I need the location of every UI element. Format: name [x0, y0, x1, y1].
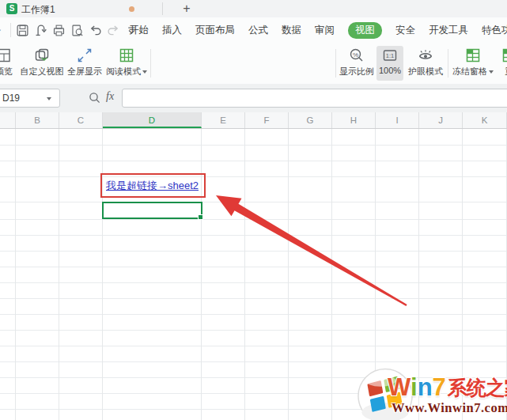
dropdown-caret-icon: [142, 70, 147, 74]
wps-spreadsheet-window: S 工作簿1 + ⌄ 开始插入页面布局公式数据审阅视图安全开发工具特色功能 预览…: [0, 0, 507, 420]
collapse-ribbon-icon[interactable]: ⌄: [0, 24, 2, 34]
active-cell-selection[interactable]: [102, 202, 202, 219]
hyperlink-cell-text[interactable]: 我是超链接→sheet2: [106, 179, 199, 193]
watermark-letter: i: [411, 373, 418, 401]
dropdown-caret-icon: [489, 70, 494, 74]
gridline-horizontal: [0, 314, 507, 315]
ribbon-tab-6[interactable]: 审阅: [315, 24, 335, 37]
gridline-horizontal: [0, 330, 507, 331]
gridline-horizontal: [0, 202, 507, 202]
fill-handle[interactable]: [198, 214, 203, 220]
ribbon-tab-1[interactable]: 开始: [129, 24, 149, 37]
toolbar-button-label: 100%: [379, 66, 401, 75]
magnifier-icon[interactable]: [89, 92, 101, 108]
page-preview-icon: [0, 46, 12, 63]
fx-insert-function[interactable]: fx: [106, 90, 114, 103]
svg-text:%: %: [353, 51, 358, 59]
gridline-horizontal: [0, 298, 507, 299]
redo-icon: [107, 24, 120, 37]
new-tab-button[interactable]: +: [179, 1, 195, 17]
formula-input[interactable]: [122, 89, 507, 108]
zoom_buttons-button-1[interactable]: %显示比例: [339, 46, 375, 81]
column-header-C[interactable]: C: [59, 112, 103, 128]
print-preview-icon[interactable]: [70, 24, 84, 37]
toolbar-separator: [150, 49, 151, 78]
ribbon-tab-4[interactable]: 公式: [248, 24, 268, 37]
ribbon-tab-7[interactable]: 视图: [348, 22, 382, 39]
name-box-value: D19: [2, 93, 20, 104]
watermark-letter: W: [388, 373, 411, 401]
custom-views-icon: [34, 46, 50, 63]
one-to-one-icon: 1:1: [382, 46, 398, 63]
toolbar-separator: [335, 49, 336, 78]
view-ribbon-toolbar: 预览自定义视图全屏显示阅读模式%显示比例1:1100%护眼模式冻结窗格重✓编辑栏…: [0, 43, 507, 85]
gridline-horizontal: [0, 176, 507, 177]
gridline-horizontal: [0, 346, 507, 346]
freeze-panes-icon: [465, 46, 481, 63]
ribbon-tab-2[interactable]: 插入: [162, 24, 182, 37]
ribbon-tab-10[interactable]: 特色功能: [482, 24, 507, 37]
print-icon[interactable]: [52, 24, 66, 37]
column-header-K[interactable]: K: [463, 112, 507, 128]
zoom_buttons-button-2[interactable]: 1:1100%: [376, 46, 403, 81]
view_buttons-button-3[interactable]: 全屏显示: [63, 46, 106, 81]
export-icon[interactable]: [34, 24, 47, 37]
toolbar-button-label: 自定义视图: [21, 66, 64, 78]
gridline-vertical: [331, 129, 332, 420]
watermark-cn-text: 系统之家: [448, 376, 507, 399]
gridline-horizontal: [0, 267, 507, 267]
gridline-vertical: [59, 129, 59, 420]
name-box[interactable]: D19: [0, 89, 60, 108]
toolbar-button-label: 护眼模式: [408, 66, 443, 78]
gridline-horizontal: [0, 145, 507, 146]
column-header-J[interactable]: J: [419, 112, 463, 128]
document-tab-title[interactable]: 工作簿1: [21, 3, 55, 17]
toolbar-button-label: 阅读模式: [106, 66, 141, 78]
column-header-E[interactable]: E: [202, 112, 245, 128]
zoom_buttons-button-5[interactable]: 重: [498, 46, 507, 81]
win7-watermark: Win7系统之家 Www.Winwin7.com: [349, 362, 507, 420]
toolbar-button-label: 显示比例: [339, 66, 374, 78]
gridline-horizontal: [0, 282, 507, 283]
column-header-G[interactable]: G: [289, 112, 332, 128]
ribbon-tab-3[interactable]: 页面布局: [195, 24, 235, 37]
ribbon-tab-9[interactable]: 开发工具: [429, 24, 468, 37]
arrange-icon: [501, 46, 507, 63]
unsaved-indicator-dot: [129, 6, 134, 12]
column-header-stub: [0, 112, 16, 128]
column-header-H[interactable]: H: [332, 112, 376, 128]
save-icon[interactable]: [16, 24, 29, 37]
column-headers: BCDEFGHIJK: [0, 112, 507, 129]
view_buttons-button-2[interactable]: 自定义视图: [19, 46, 65, 81]
column-header-F[interactable]: F: [245, 112, 289, 128]
zoom_buttons-button-3[interactable]: 护眼模式: [406, 46, 445, 81]
zoom_buttons-button-4[interactable]: 冻结窗格: [451, 46, 495, 81]
quick-access-separator: [10, 23, 11, 37]
undo-icon[interactable]: [89, 24, 102, 37]
reading-mode-icon: [119, 46, 134, 63]
view_buttons-button-4[interactable]: 阅读模式: [104, 46, 149, 81]
gridline-horizontal: [0, 161, 507, 161]
watermark-letter: n: [418, 373, 433, 401]
ribbon-tab-row: ⌄ 开始插入页面布局公式数据审阅视图安全开发工具特色功能: [0, 17, 507, 43]
toolbar-button-label: 全屏显示: [67, 66, 102, 78]
column-header-D[interactable]: D: [103, 112, 202, 128]
column-header-I[interactable]: I: [376, 112, 419, 128]
gridline-horizontal: [0, 235, 507, 236]
gridline-horizontal: [0, 251, 507, 252]
wps-app-icon: S: [6, 3, 17, 14]
watermark-title: Win7系统之家: [388, 376, 507, 402]
name-box-caret-icon[interactable]: [47, 97, 51, 100]
quick-access-toolbar: [16, 17, 138, 43]
watermark-url: Www.Winwin7.com: [392, 400, 507, 416]
tab-separator: [162, 2, 163, 15]
column-header-B[interactable]: B: [16, 112, 59, 128]
eye-icon: [418, 46, 433, 63]
ribbon-tab-8[interactable]: 安全: [395, 24, 415, 37]
ribbon-tab-5[interactable]: 数据: [282, 24, 301, 37]
zoom-percent-icon: %: [349, 46, 365, 63]
toolbar-button-label: 预览: [0, 66, 13, 78]
watermark-win7-text: Win7: [388, 373, 446, 401]
toolbar-separator: [448, 49, 448, 78]
formula-bar: D19 fx: [0, 84, 507, 113]
